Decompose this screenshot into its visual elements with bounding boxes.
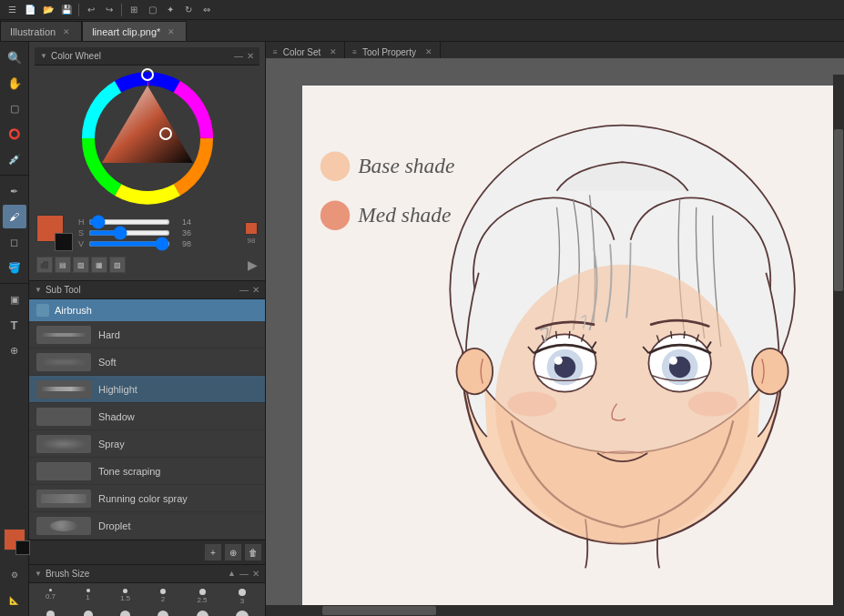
sub-tool-section: ▼ Sub Tool — ✕ Airbrush Hard: [29, 280, 265, 564]
canvas-area[interactable]: ≡ Color Set ✕ ≡ Tool Property ✕ 400 500 …: [266, 42, 844, 616]
drawing-canvas[interactable]: Base shade Med shade: [266, 58, 844, 616]
delete-brush-btn[interactable]: 🗑: [245, 544, 261, 560]
tool-pen[interactable]: ✒: [3, 179, 26, 203]
pattern-btn-3[interactable]: ▨: [73, 257, 89, 273]
val-slider[interactable]: [88, 241, 170, 247]
med-shade-text: Med shade: [357, 203, 451, 227]
redo-icon[interactable]: ↪: [101, 2, 117, 18]
sat-slider[interactable]: [88, 230, 170, 236]
select-icon[interactable]: ▢: [144, 2, 160, 18]
brush-size-6[interactable]: 6: [107, 609, 143, 616]
brush-size-minimize[interactable]: —: [239, 569, 249, 579]
left-panel: ▼ Color Wheel — ✕: [29, 42, 266, 616]
pattern-btn-5[interactable]: ▧: [109, 257, 126, 273]
copy-brush-btn[interactable]: ⊕: [225, 544, 241, 560]
tab-illustration-close[interactable]: ✕: [61, 26, 72, 37]
brush-highlight[interactable]: Highlight: [29, 376, 265, 403]
menu-icon[interactable]: ☰: [4, 2, 20, 18]
color-wheel-close[interactable]: ✕: [247, 51, 254, 61]
add-brush-btn[interactable]: +: [205, 544, 221, 560]
tool-text[interactable]: T: [3, 313, 26, 337]
tool-zoom[interactable]: 🔍: [3, 45, 26, 69]
tool-gradient[interactable]: ▣: [3, 288, 26, 311]
brush-size-1.5[interactable]: 1.5: [107, 587, 143, 607]
bg-swatch[interactable]: [55, 233, 73, 251]
tool-eyedropper[interactable]: 💉: [3, 147, 26, 171]
brush-tone-name: Tone scraping: [98, 466, 161, 477]
brush-size-4[interactable]: 4: [33, 609, 68, 616]
color-wheel-section: ▼ Color Wheel — ✕: [29, 42, 265, 280]
rotate-icon[interactable]: ↻: [180, 2, 197, 18]
transform-icon[interactable]: ⊞: [126, 2, 142, 18]
brush-size-0.7[interactable]: 0.7: [33, 587, 68, 607]
sub-tool-minimize[interactable]: —: [239, 285, 249, 295]
brush-size-10[interactable]: 10: [223, 609, 261, 616]
brush-size-7[interactable]: 7: [145, 609, 181, 616]
tool-select-rect[interactable]: ▢: [3, 96, 26, 120]
pattern-btn-2[interactable]: ▤: [55, 257, 71, 273]
cheek-blush-right: [688, 392, 737, 417]
color-wheel-header: ▼ Color Wheel — ✕: [35, 47, 259, 66]
tool-lasso[interactable]: ⭕: [3, 122, 26, 146]
tool-move[interactable]: ✋: [3, 71, 26, 95]
brush-size-section: ▼ Brush Size ▲ — ✕ 0.711.522.53456781012…: [29, 564, 265, 616]
scrollbar-vertical[interactable]: [833, 75, 844, 616]
brush-hard[interactable]: Hard: [29, 321, 265, 348]
brush-size-8[interactable]: 8: [183, 609, 221, 616]
float-color-set-close[interactable]: ✕: [330, 47, 337, 56]
tool-eraser[interactable]: ◻: [3, 230, 26, 254]
float-tool-property-icon: ≡: [352, 48, 357, 56]
scroll-thumb-v[interactable]: [834, 129, 843, 292]
tab-illustration[interactable]: Illustration ✕: [0, 21, 82, 41]
flip-icon[interactable]: ⇔: [198, 2, 215, 18]
brush-tone-scraping[interactable]: Tone scraping: [29, 458, 265, 485]
pattern-btn-4[interactable]: ▦: [91, 257, 107, 273]
tool-extra1[interactable]: ⚙: [3, 563, 26, 587]
brush-running-color-spray[interactable]: Running color spray: [29, 485, 265, 512]
brush-size-label: 3: [240, 597, 244, 605]
color-wheel-collapse-icon[interactable]: ▼: [40, 52, 47, 60]
hue-slider[interactable]: [88, 219, 170, 225]
brush-droplet[interactable]: Droplet: [29, 512, 265, 540]
active-tool-label: Airbrush: [29, 299, 265, 321]
brush-spray[interactable]: Spray: [29, 430, 265, 458]
pattern-btn-1[interactable]: ⬛: [36, 257, 53, 273]
magic-icon[interactable]: ✦: [162, 2, 178, 18]
tool-brush[interactable]: 🖌: [3, 205, 26, 228]
tab-lineart-close[interactable]: ✕: [166, 26, 177, 37]
tools-panel: 🔍 ✋ ▢ ⭕ 💉 ✒ 🖌 ◻ 🪣 ▣ T ⊕ ⚙ 📐: [0, 42, 29, 616]
scrollbar-horizontal[interactable]: [266, 605, 833, 616]
brush-list-actions: + ⊕ 🗑: [29, 540, 265, 564]
brush-size-close[interactable]: ✕: [252, 569, 259, 579]
scroll-thumb-h[interactable]: [322, 606, 436, 615]
tool-transform[interactable]: ⊕: [3, 338, 26, 362]
brush-circle: [123, 589, 127, 593]
brush-size-2.5[interactable]: 2.5: [183, 587, 221, 607]
tool-extra2[interactable]: 📐: [3, 589, 26, 612]
undo-icon[interactable]: ↩: [83, 2, 99, 18]
color-wheel-svg[interactable]: [75, 66, 220, 211]
float-tool-property-close[interactable]: ✕: [425, 47, 432, 56]
new-icon[interactable]: 📄: [22, 2, 38, 18]
brush-size-3[interactable]: 3: [223, 587, 261, 607]
save-icon[interactable]: 💾: [58, 2, 75, 18]
sub-tool-close[interactable]: ✕: [252, 285, 259, 295]
color-wheel-minimize[interactable]: —: [234, 51, 243, 61]
tab-lineart[interactable]: lineart clip.png* ✕: [82, 21, 187, 41]
brush-size-1[interactable]: 1: [70, 587, 106, 607]
brush-shadow[interactable]: Shadow: [29, 403, 265, 430]
fg-bg-swatches[interactable]: [36, 215, 73, 251]
fg-color-swatch[interactable]: [4, 529, 25, 550]
tool-fill[interactable]: 🪣: [3, 256, 26, 279]
open-icon[interactable]: 📂: [40, 2, 56, 18]
med-shade-swatch: [320, 201, 350, 230]
brush-size-collapse-icon[interactable]: ▼: [35, 570, 42, 578]
brush-size-up[interactable]: ▲: [228, 569, 236, 579]
brush-size-5[interactable]: 5: [70, 609, 106, 616]
brush-soft[interactable]: Soft: [29, 348, 265, 376]
brush-size-2[interactable]: 2: [145, 587, 181, 607]
next-btn[interactable]: ▶: [248, 258, 258, 272]
left-ear: [456, 348, 493, 394]
brush-shadow-name: Shadow: [98, 411, 135, 422]
sub-tool-collapse-icon[interactable]: ▼: [35, 286, 42, 294]
